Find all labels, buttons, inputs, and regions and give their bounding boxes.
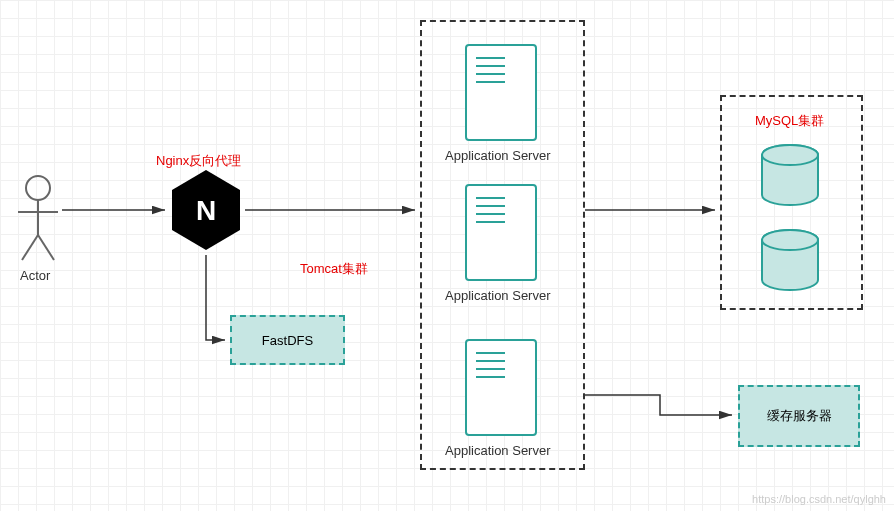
fastdfs-label: FastDFS <box>262 333 313 348</box>
nginx-label: Nginx反向代理 <box>156 152 241 170</box>
tomcat-label: Tomcat集群 <box>300 260 368 278</box>
watermark: https://blog.csdn.net/qylghh <box>752 493 886 505</box>
actor-label: Actor <box>20 268 50 283</box>
nginx-icon: N <box>172 170 240 250</box>
cache-label: 缓存服务器 <box>767 407 832 425</box>
svg-marker-5 <box>172 170 240 250</box>
cache-box: 缓存服务器 <box>738 385 860 447</box>
appserver3-label: Application Server <box>445 443 551 458</box>
appserver2-label: Application Server <box>445 288 551 303</box>
arrow-nginx-fastdfs <box>206 255 225 340</box>
actor-figure <box>18 176 58 260</box>
mysql-label: MySQL集群 <box>755 112 824 130</box>
svg-point-0 <box>26 176 50 200</box>
svg-text:N: N <box>196 195 216 226</box>
appserver1-label: Application Server <box>445 148 551 163</box>
svg-line-4 <box>38 235 54 260</box>
svg-line-3 <box>22 235 38 260</box>
fastdfs-box: FastDFS <box>230 315 345 365</box>
tomcat-cluster-box <box>420 20 585 470</box>
arrow-tomcat-cache <box>585 395 732 415</box>
